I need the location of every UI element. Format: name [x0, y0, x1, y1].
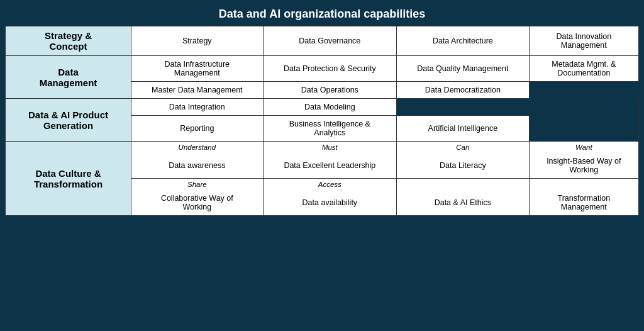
culture-availability: Data availability	[263, 190, 396, 216]
dm-cell-8	[529, 82, 638, 99]
strategy-cell-1: Strategy	[131, 26, 264, 56]
dm-cell-4: Metadata Mgmt. & Documentation	[529, 56, 638, 82]
pg-cell-empty	[397, 99, 639, 116]
page-title: Data and AI organizational capabilities	[5, 5, 639, 26]
culture-ethics: Data & AI Ethics	[397, 190, 530, 216]
culture-transformation: Transformation Management	[529, 190, 638, 216]
culture-literacy: Data Literacy	[397, 153, 530, 179]
dm-cell-3: Data Quality Management	[397, 56, 530, 82]
capabilities-table: Strategy & Concept Strategy Data Governa…	[5, 26, 639, 216]
culture-insight: Insight-Based Way of Working	[529, 153, 638, 179]
culture-top-labels: Data Culture & Transformation Understand…	[6, 142, 639, 154]
culture-label: Data Culture & Transformation	[6, 142, 131, 216]
pg-cell-2: Data Modeling	[263, 99, 396, 116]
pg-cell-6	[529, 116, 638, 142]
dm-cell-6: Data Operations	[263, 82, 396, 99]
culture-want-label: Want	[529, 142, 638, 154]
dm-label: Data Management	[6, 56, 131, 99]
strategy-cell-3: Data Architecture	[397, 26, 530, 56]
pg-label: Data & AI Product Generation	[6, 99, 131, 142]
dm-cell-1: Data Infrastructure Management	[131, 56, 264, 82]
dm-row-1: Data Management Data Infrastructure Mana…	[6, 56, 639, 82]
strategy-row: Strategy & Concept Strategy Data Governa…	[6, 26, 639, 56]
strategy-cell-4: Data Innovation Management	[529, 26, 638, 56]
pg-cell-4: Business Intelligence & Analytics	[263, 116, 396, 142]
strategy-label: Strategy & Concept	[6, 26, 131, 56]
pg-row-1: Data & AI Product Generation Data Integr…	[6, 99, 639, 116]
culture-can-label: Can	[397, 142, 530, 154]
culture-awareness: Data awareness	[131, 153, 264, 179]
culture-share-label: Share	[131, 179, 264, 191]
culture-leadership: Data Excellent Leadership	[263, 153, 396, 179]
dm-cell-7: Data Democratization	[397, 82, 530, 99]
pg-cell-3: Reporting	[131, 116, 264, 142]
dm-cell-2: Data Protection & Security	[263, 56, 396, 82]
culture-collaborative: Collaborative Way of Working	[131, 190, 264, 216]
outer-container: Data and AI organizational capabilities …	[0, 0, 644, 331]
culture-must-label: Must	[263, 142, 396, 154]
culture-access-label: Access	[263, 179, 396, 191]
pg-cell-1: Data Integration	[131, 99, 264, 116]
dm-cell-5: Master Data Management	[131, 82, 264, 99]
strategy-cell-2: Data Governance	[263, 26, 396, 56]
culture-understand-label: Understand	[131, 142, 264, 154]
pg-cell-5: Artificial Intelligence	[397, 116, 530, 142]
